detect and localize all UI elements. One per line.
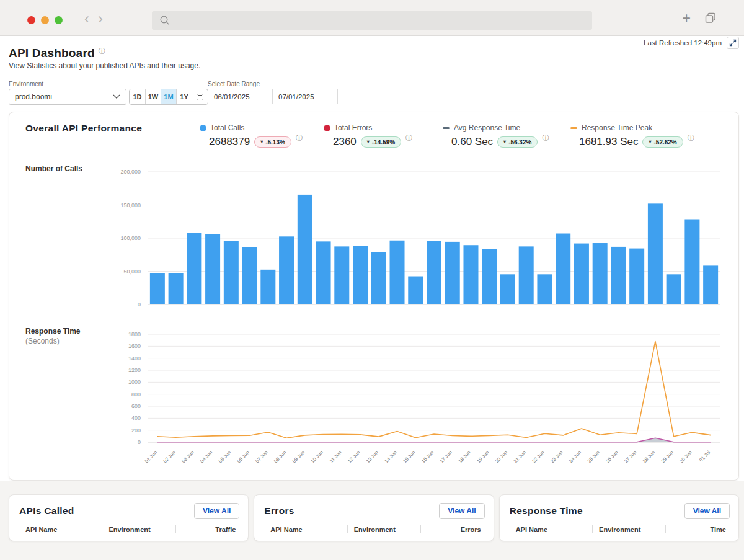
column-header: API Name <box>9 526 102 533</box>
calendar-icon <box>197 94 203 100</box>
triangle-down-icon: ▾ <box>649 140 651 144</box>
number-of-calls-bar-chart[interactable]: 050,000100,000150,000200,000 <box>9 167 738 313</box>
svg-text:0: 0 <box>138 301 141 308</box>
svg-text:18 Jun: 18 Jun <box>458 450 472 464</box>
svg-text:02 Jun: 02 Jun <box>162 450 177 464</box>
svg-text:01 Jul: 01 Jul <box>698 450 712 463</box>
svg-text:20 Jun: 20 Jun <box>494 450 508 464</box>
view-all-button[interactable]: View All <box>439 503 484 519</box>
close-window-icon[interactable] <box>27 16 35 24</box>
svg-text:06 Jun: 06 Jun <box>236 450 250 464</box>
column-header: Environment <box>102 526 175 533</box>
triangle-down-icon: ▾ <box>260 140 263 144</box>
window-controls <box>27 16 63 24</box>
page-subtitle: View Statistics about your published API… <box>9 61 200 70</box>
svg-text:17 Jun: 17 Jun <box>439 450 453 464</box>
date-range-quick-buttons: 1D1W1M1Y <box>129 89 208 105</box>
api-dashboard-page: ‹ › + Last Refreshed 12:49pm API Dashb <box>0 0 744 560</box>
svg-text:11 Jun: 11 Jun <box>329 450 343 464</box>
metric-info-icon[interactable]: ⓘ <box>405 133 412 143</box>
svg-text:600: 600 <box>131 403 141 409</box>
calendar-picker-button[interactable] <box>192 89 208 104</box>
minimize-window-icon[interactable] <box>41 16 49 24</box>
metric-label: Total Calls <box>210 123 244 132</box>
svg-text:400: 400 <box>131 415 141 421</box>
metric-delta-badge: ▾-52.62% <box>642 136 683 148</box>
card-title: APIs Called <box>19 505 74 517</box>
response-time-line-chart[interactable]: 02004006008001000120014001600180001 Jun0… <box>9 329 738 478</box>
svg-text:23 Jun: 23 Jun <box>549 450 564 464</box>
metric-delta-badge: ▾-14.59% <box>361 136 401 148</box>
card-errors: ErrorsView AllAPI NameEnvironmentErrors <box>254 494 494 541</box>
refresh-strip: Last Refreshed 12:49pm <box>0 37 744 49</box>
legend-marker-icon <box>443 127 450 129</box>
date-to-input[interactable]: 07/01/2025 <box>273 89 338 104</box>
triangle-down-icon: ▾ <box>367 140 370 144</box>
column-header: Errors <box>421 526 494 533</box>
metric-delta-badge: ▾-56.32% <box>497 136 538 148</box>
range-button-1m[interactable]: 1M <box>161 89 176 104</box>
svg-text:09 Jun: 09 Jun <box>291 450 306 464</box>
svg-text:1800: 1800 <box>128 331 141 337</box>
metric-label: Response Time Peak <box>582 123 652 132</box>
metric-response-time-peak: Response Time Peak1681.93 Sec▾-52.62%ⓘ <box>570 123 694 148</box>
svg-text:50,000: 50,000 <box>123 269 141 275</box>
date-from-input[interactable]: 06/01/2025 <box>208 89 273 104</box>
tab-overview-icon[interactable] <box>704 12 717 24</box>
metric-value: 1681.93 Sec <box>579 136 638 148</box>
legend-marker-icon <box>200 125 206 131</box>
svg-text:200: 200 <box>131 427 141 433</box>
svg-text:100,000: 100,000 <box>120 235 141 241</box>
svg-text:03 Jun: 03 Jun <box>180 450 195 464</box>
svg-text:150,000: 150,000 <box>120 202 141 208</box>
svg-text:1400: 1400 <box>128 355 141 362</box>
svg-text:1000: 1000 <box>128 379 141 385</box>
svg-text:30 Jun: 30 Jun <box>678 450 693 464</box>
zoom-window-icon[interactable] <box>55 16 63 24</box>
svg-text:800: 800 <box>131 391 141 398</box>
column-header: Environment <box>348 526 420 533</box>
page-info-icon[interactable]: ⓘ <box>99 47 105 56</box>
card-title: Response Time <box>510 505 583 517</box>
browser-toolbar: ‹ › + <box>0 0 744 36</box>
column-header: API Name <box>500 526 592 533</box>
svg-text:16 Jun: 16 Jun <box>420 450 435 464</box>
svg-text:04 Jun: 04 Jun <box>199 450 213 464</box>
view-all-button[interactable]: View All <box>684 503 730 519</box>
card-response-time: Response TimeView AllAPI NameEnvironment… <box>499 494 739 541</box>
forward-button[interactable]: › <box>98 12 103 25</box>
svg-text:24 Jun: 24 Jun <box>568 450 582 464</box>
metric-value: 2360 <box>333 136 356 148</box>
metric-label: Avg Response Time <box>454 123 520 132</box>
svg-text:25 Jun: 25 Jun <box>587 450 601 464</box>
environment-select[interactable]: prod.boomi <box>9 89 126 105</box>
metric-info-icon[interactable]: ⓘ <box>542 133 549 143</box>
column-header: Environment <box>593 526 665 533</box>
metric-info-icon[interactable]: ⓘ <box>296 133 303 143</box>
range-button-1w[interactable]: 1W <box>145 89 161 104</box>
metric-info-icon[interactable]: ⓘ <box>688 133 694 143</box>
triangle-down-icon: ▾ <box>503 140 506 144</box>
range-button-1y[interactable]: 1Y <box>176 89 192 104</box>
new-tab-button[interactable]: + <box>683 11 691 25</box>
svg-text:12 Jun: 12 Jun <box>347 450 361 464</box>
back-button[interactable]: ‹ <box>84 12 89 25</box>
svg-text:29 Jun: 29 Jun <box>660 450 675 464</box>
page-title: API Dashboard <box>9 47 95 60</box>
svg-text:14 Jun: 14 Jun <box>384 450 398 464</box>
svg-text:1200: 1200 <box>128 367 141 373</box>
range-button-1d[interactable]: 1D <box>130 89 145 104</box>
column-header: Time <box>666 526 738 533</box>
card-title: Errors <box>264 505 294 517</box>
legend-marker-icon <box>570 127 577 129</box>
svg-text:27 Jun: 27 Jun <box>623 450 637 464</box>
address-search-bar[interactable] <box>152 11 592 30</box>
svg-text:22 Jun: 22 Jun <box>531 450 546 464</box>
svg-text:05 Jun: 05 Jun <box>218 450 232 464</box>
view-all-button[interactable]: View All <box>194 503 239 519</box>
svg-text:26 Jun: 26 Jun <box>604 450 619 464</box>
performance-card-title: Overall API Performance <box>25 123 142 134</box>
metric-value: 2688379 <box>209 136 250 148</box>
expand-button[interactable] <box>727 37 739 49</box>
overall-api-performance-card: Overall API Performance Total Calls26883… <box>9 112 739 481</box>
